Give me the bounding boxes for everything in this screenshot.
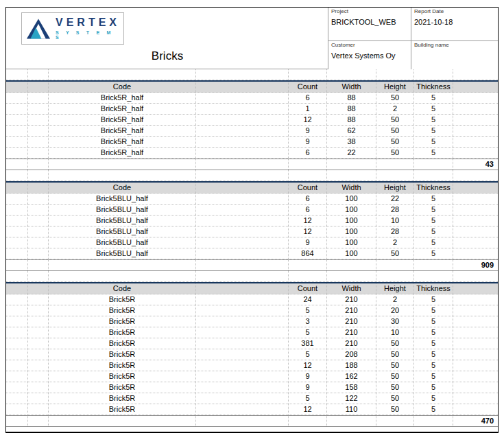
thickness-cell: 5 (414, 93, 453, 103)
grid-cell (196, 82, 289, 92)
grid-cell (196, 159, 289, 170)
vertex-triangle-icon (26, 18, 51, 40)
grid-cell (6, 248, 28, 259)
grid-cell (453, 271, 498, 281)
customer-value: Vertex Systems Oy (331, 51, 408, 60)
grid-cell (453, 170, 498, 181)
grid-cell (289, 69, 327, 80)
thickness-cell: 5 (414, 237, 453, 248)
grid-cell (6, 316, 28, 327)
grid-cell (196, 194, 289, 204)
count-cell: 6 (289, 93, 327, 103)
grid-cell (6, 216, 28, 226)
grid-cell (196, 294, 289, 305)
code-cell: Brick5BLU_half (49, 226, 196, 237)
thickness-cell: 5 (414, 137, 453, 147)
grid-cell (28, 126, 49, 136)
grid-cell (28, 170, 49, 181)
table-row: Brick5BLU_half6100225 (6, 194, 498, 205)
table-row: Brick5R9158505 (6, 382, 498, 393)
height-cell: 50 (376, 393, 414, 404)
column-header-cell: Thickness (414, 283, 453, 294)
grid-cell (453, 183, 498, 193)
column-header-cell: Thickness (414, 82, 453, 92)
grid-cell (6, 170, 28, 181)
grid-cell (453, 194, 498, 204)
grid-cell (289, 159, 327, 170)
thickness-cell: 5 (414, 148, 453, 158)
count-cell: 6 (289, 148, 327, 158)
width-cell: 100 (327, 205, 376, 215)
table-total-row: 909 (6, 259, 498, 271)
grid-cell (6, 194, 28, 204)
header-fields: Project BRICKTOOL_WEB Report Date 2021-1… (328, 8, 498, 69)
table-row: Brick5R_half688505 (6, 93, 498, 104)
count-cell: 6 (289, 194, 327, 204)
grid-cell (6, 115, 28, 125)
grid-cell (453, 305, 498, 316)
bricks-table-2: CodeCountWidthHeightThicknessBrick5BLU_h… (6, 181, 498, 271)
thickness-cell: 5 (414, 382, 453, 393)
grid-cell (196, 104, 289, 114)
width-cell: 158 (327, 382, 376, 393)
width-cell: 100 (327, 248, 376, 259)
table-row: Brick5BLU_half12100285 (6, 226, 498, 237)
grid-cell (453, 93, 498, 103)
grid-cell (414, 69, 453, 80)
grid-cell (453, 115, 498, 125)
table-row: Brick5R5210205 (6, 305, 498, 316)
grid-cell (453, 393, 498, 404)
code-cell: Brick5R (49, 360, 196, 371)
grid-cell (196, 248, 289, 259)
grid-cell (28, 115, 49, 125)
grid-cell (376, 159, 414, 170)
grid-cell (327, 69, 376, 80)
grid-cell (196, 283, 289, 294)
height-cell: 10 (376, 216, 414, 226)
column-header-cell: Count (289, 183, 327, 193)
spacer-row (6, 69, 498, 80)
width-cell: 62 (327, 126, 376, 136)
width-cell: 210 (327, 316, 376, 327)
thickness-cell: 5 (414, 316, 453, 327)
column-header-cell: Count (289, 283, 327, 294)
width-cell: 38 (327, 137, 376, 147)
grid-cell (28, 104, 49, 114)
grid-cell (196, 115, 289, 125)
grid-cell (196, 126, 289, 136)
grid-cell (453, 404, 498, 415)
grid-cell (196, 216, 289, 226)
code-cell: Brick5R (49, 305, 196, 316)
table-row: Brick5R381210505 (6, 338, 498, 349)
grid-cell (196, 305, 289, 316)
grid-cell (28, 226, 49, 237)
grid-cell (49, 271, 196, 281)
table-total-row: 470 (6, 415, 498, 427)
count-cell: 12 (289, 216, 327, 226)
grid-cell (28, 237, 49, 248)
grid-cell (6, 283, 28, 294)
width-cell: 22 (327, 148, 376, 158)
grid-cell (453, 283, 498, 294)
count-cell: 9 (289, 237, 327, 248)
grid-cell (453, 327, 498, 338)
column-header-cell: Thickness (414, 183, 453, 193)
count-cell: 5 (289, 349, 327, 360)
column-header-cell: Code (49, 183, 196, 193)
project-label: Project (331, 8, 408, 14)
thickness-cell: 5 (414, 104, 453, 114)
grid-cell (28, 283, 49, 294)
code-cell: Brick5BLU_half (49, 248, 196, 259)
height-cell: 50 (376, 126, 414, 136)
grid-cell (196, 93, 289, 103)
width-cell: 88 (327, 115, 376, 125)
grid-cell (28, 316, 49, 327)
grid-cell (289, 260, 327, 270)
bricks-table-1: CodeCountWidthHeightThicknessBrick5R_hal… (6, 80, 498, 170)
code-cell: Brick5R (49, 327, 196, 338)
column-header-cell: Code (49, 82, 196, 92)
grid-cell (289, 170, 327, 181)
height-cell: 50 (376, 137, 414, 147)
grid-cell (196, 316, 289, 327)
thickness-cell: 5 (414, 371, 453, 382)
